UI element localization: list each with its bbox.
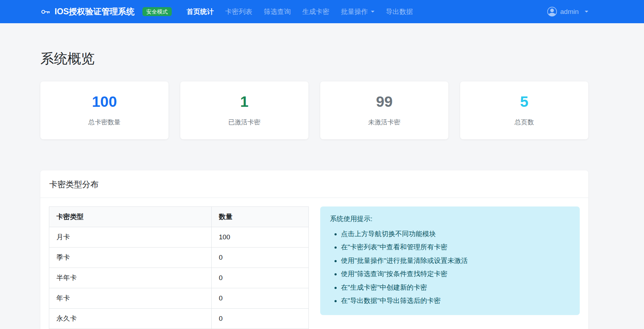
usage-tips-alert: 系统使用提示: 点击上方导航切换不同功能模块 在"卡密列表"中查看和管理所有卡密… <box>320 206 580 315</box>
type-cell: 半年卡 <box>49 268 212 288</box>
table-row: 半年卡 0 <box>49 268 309 288</box>
nav-item-key-list[interactable]: 卡密列表 <box>220 4 258 19</box>
stat-card-total-pages: 5 总页数 <box>460 81 588 139</box>
tip-item: 在"导出数据"中导出筛选后的卡密 <box>341 296 570 306</box>
table-header-row: 卡密类型 数量 <box>49 207 309 227</box>
stat-value: 1 <box>240 94 248 109</box>
stat-label: 总卡密数量 <box>89 118 121 126</box>
nav-item-home-stats[interactable]: 首页统计 <box>181 4 220 19</box>
tip-item: 在"生成卡密"中创建新的卡密 <box>341 283 570 293</box>
nav-item-export-data[interactable]: 导出数据 <box>380 4 419 19</box>
main-content: 系统概览 100 总卡密数量 1 已激活卡密 99 未激活卡密 5 总页数 卡密… <box>40 23 588 329</box>
type-distribution-table: 卡密类型 数量 月卡 100 季卡 0 <box>49 206 309 329</box>
nav-item-batch-ops-label: 批量操作 <box>341 7 368 16</box>
nav-item-generate-keys[interactable]: 生成卡密 <box>297 4 335 19</box>
chevron-down-icon <box>371 11 374 13</box>
column-header-count: 数量 <box>212 207 309 227</box>
stat-value: 100 <box>92 94 117 109</box>
count-cell: 0 <box>212 309 309 329</box>
brand-title: IOS授权验证管理系统 <box>55 6 135 17</box>
type-cell: 季卡 <box>49 248 212 268</box>
stat-label: 未激活卡密 <box>368 118 401 126</box>
count-cell: 100 <box>212 227 309 248</box>
tip-item: 使用"批量操作"进行批量清除或设置未激活 <box>341 256 570 266</box>
user-menu[interactable]: admin <box>547 7 588 16</box>
stat-value: 5 <box>520 94 528 109</box>
type-cell: 永久卡 <box>49 309 212 329</box>
table-row: 月卡 100 <box>49 227 309 248</box>
type-cell: 月卡 <box>49 227 212 248</box>
stat-card-activated-keys: 1 已激活卡密 <box>180 81 308 139</box>
tip-item: 在"卡密列表"中查看和管理所有卡密 <box>341 242 570 253</box>
column-header-type: 卡密类型 <box>49 207 212 227</box>
person-circle-icon <box>547 7 557 16</box>
tip-item: 使用"筛选查询"按条件查找特定卡密 <box>341 269 570 279</box>
type-cell: 年卡 <box>49 288 212 309</box>
chevron-down-icon <box>585 11 588 13</box>
count-cell: 0 <box>212 268 309 288</box>
distribution-panel: 卡密类型分布 卡密类型 数量 月卡 100 <box>40 170 588 329</box>
page-title: 系统概览 <box>40 50 588 68</box>
page: IOS授权验证管理系统 安全模式 首页统计 卡密列表 筛选查询 生成卡密 批量操… <box>0 0 644 329</box>
main-nav: 首页统计 卡密列表 筛选查询 生成卡密 批量操作 导出数据 <box>181 4 419 19</box>
stat-card-inactive-keys: 99 未激活卡密 <box>320 81 448 139</box>
top-navbar: IOS授权验证管理系统 安全模式 首页统计 卡密列表 筛选查询 生成卡密 批量操… <box>0 0 644 23</box>
stat-label: 已激活卡密 <box>228 118 261 126</box>
panel-title: 卡密类型分布 <box>40 170 588 198</box>
tip-item: 点击上方导航切换不同功能模块 <box>341 229 570 239</box>
stat-card-total-keys: 100 总卡密数量 <box>40 81 168 139</box>
nav-item-filter-query[interactable]: 筛选查询 <box>258 4 297 19</box>
tips-title: 系统使用提示: <box>330 214 570 224</box>
table-row: 季卡 0 <box>49 248 309 268</box>
stat-value: 99 <box>376 94 393 109</box>
stats-row: 100 总卡密数量 1 已激活卡密 99 未激活卡密 5 总页数 <box>40 81 588 139</box>
count-cell: 0 <box>212 288 309 309</box>
table-row: 永久卡 0 <box>49 309 309 329</box>
count-cell: 0 <box>212 248 309 268</box>
nav-item-batch-ops[interactable]: 批量操作 <box>335 4 380 19</box>
security-mode-badge: 安全模式 <box>142 7 172 16</box>
table-row: 年卡 0 <box>49 288 309 309</box>
user-name: admin <box>560 8 579 16</box>
stat-label: 总页数 <box>515 118 534 126</box>
brand-link[interactable]: IOS授权验证管理系统 安全模式 <box>40 6 172 17</box>
tips-list: 点击上方导航切换不同功能模块 在"卡密列表"中查看和管理所有卡密 使用"批量操作… <box>330 229 570 306</box>
key-icon <box>40 6 51 17</box>
